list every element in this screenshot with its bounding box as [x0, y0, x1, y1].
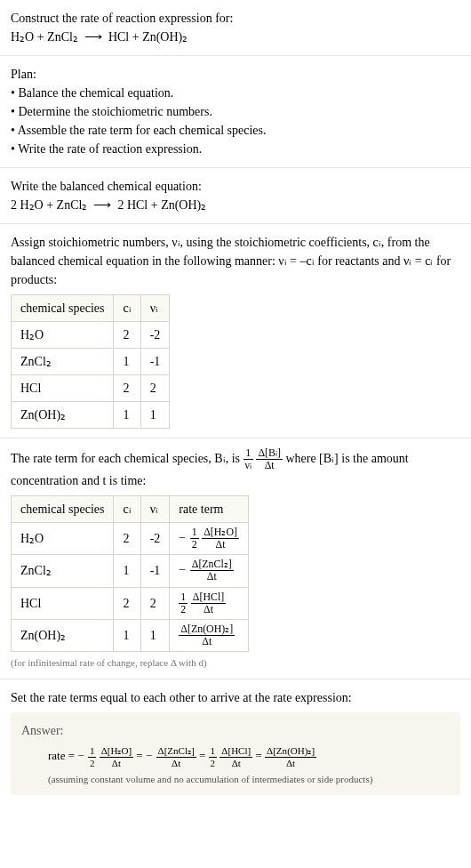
answer-note: (assuming constant volume and no accumul…: [21, 772, 450, 787]
plan-title: Plan:: [11, 65, 460, 84]
delta-frac: Δ[HCl] Δt: [191, 591, 226, 615]
delta-den: Δt: [179, 636, 235, 647]
cell-ci: 2: [114, 523, 140, 555]
delta-frac: Δ[HCl] Δt: [220, 745, 252, 768]
cell-vi: -1: [140, 349, 170, 375]
cell-species: ZnCl₂: [12, 555, 114, 587]
cell-vi: 2: [140, 587, 170, 619]
answer-expression: rate = − 1 2 Δ[H₂O] Δt = − Δ[ZnCl₂] Δt =…: [21, 745, 450, 768]
cell-species: ZnCl₂: [12, 349, 114, 375]
final-intro: Set the rate terms equal to each other t…: [11, 688, 460, 707]
stoich-intro: Assign stoichiometric numbers, νᵢ, using…: [11, 233, 460, 289]
delta-frac: Δ[Bᵢ] Δt: [256, 447, 283, 471]
neg-sign: −: [77, 749, 84, 762]
coef-frac: 1 νᵢ: [243, 447, 253, 471]
neg-sign: −: [179, 563, 186, 576]
cell-ci: 1: [114, 349, 140, 375]
balanced-equation: 2 H₂O + ZnCl₂ ⟶ 2 HCl + Zn(OH)₂: [11, 196, 460, 214]
table-row: ZnCl₂ 1 -1 − Δ[ZnCl₂] Δt: [12, 555, 249, 587]
cell-vi: -1: [140, 555, 170, 587]
cell-species: HCl: [12, 587, 114, 619]
cell-ci: 2: [114, 375, 140, 402]
table-row: HCl 2 2 1 2 Δ[HCl] Δt: [12, 587, 249, 619]
table-header-row: chemical species cᵢ νᵢ: [12, 295, 170, 322]
cell-species: HCl: [12, 375, 114, 402]
plan-list: Balance the chemical equation. Determine…: [11, 84, 460, 158]
stoich-section: Assign stoichiometric numbers, νᵢ, using…: [0, 224, 471, 438]
balanced-lhs: 2 H₂O + ZnCl₂: [11, 198, 87, 212]
rateterm-section: The rate term for each chemical species,…: [0, 438, 471, 679]
cell-species: H₂O: [12, 322, 114, 349]
cell-vi: 1: [140, 619, 170, 651]
delta-num: Δ[Bᵢ]: [256, 447, 283, 460]
cell-vi: -2: [140, 322, 170, 349]
coef-num: 1: [179, 591, 188, 604]
prompt-section: Construct the rate of reaction expressio…: [0, 0, 471, 55]
rateterm-intro-a: The rate term for each chemical species,…: [11, 452, 243, 465]
col-species: chemical species: [12, 295, 114, 322]
prompt-arrow: ⟶: [84, 30, 102, 44]
cell-rate: 1 2 Δ[HCl] Δt: [170, 587, 249, 619]
col-vi: νᵢ: [140, 295, 170, 322]
delta-den: Δt: [100, 758, 133, 768]
delta-frac: Δ[H₂O] Δt: [202, 526, 239, 551]
coef-den: 2: [179, 604, 188, 615]
cell-vi: 2: [140, 375, 170, 402]
table-row: ZnCl₂ 1 -1: [12, 349, 170, 375]
delta-num: Δ[H₂O]: [100, 745, 133, 757]
final-section: Set the rate terms equal to each other t…: [0, 679, 471, 804]
cell-rate: Δ[Zn(OH)₂] Δt: [170, 619, 249, 651]
coef-num: 1: [88, 745, 97, 757]
col-ci: cᵢ: [114, 496, 140, 523]
plan-item: Write the rate of reaction expression.: [11, 140, 460, 158]
cell-rate: − 1 2 Δ[H₂O] Δt: [170, 523, 249, 555]
delta-den: Δt: [220, 758, 252, 768]
cell-species: H₂O: [12, 523, 114, 555]
cell-vi: -2: [140, 523, 170, 555]
cell-species: Zn(OH)₂: [12, 619, 114, 651]
delta-num: Δ[ZnCl₂]: [190, 559, 234, 571]
coef-frac: 1 2: [190, 526, 199, 551]
coef-num: 1: [190, 526, 199, 539]
coef-den: 2: [209, 758, 218, 768]
equals: =: [255, 749, 265, 762]
cell-ci: 1: [114, 619, 140, 651]
delta-frac: Δ[ZnCl₂] Δt: [156, 745, 196, 768]
delta-den: Δt: [265, 758, 316, 768]
equals: =: [199, 749, 209, 762]
coef-num: 1: [243, 447, 253, 460]
delta-frac: Δ[Zn(OH)₂] Δt: [179, 623, 235, 647]
prompt-rhs: HCl + Zn(OH)₂: [108, 30, 188, 44]
equals: =: [136, 749, 146, 762]
col-ci: cᵢ: [114, 295, 140, 322]
neg-sign: −: [179, 531, 186, 544]
delta-den: Δt: [190, 571, 234, 583]
balanced-title: Write the balanced chemical equation:: [11, 177, 460, 196]
prompt-equation: H₂O + ZnCl₂ ⟶ HCl + Zn(OH)₂: [11, 28, 460, 46]
delta-num: Δ[HCl]: [220, 745, 252, 757]
delta-num: Δ[H₂O]: [202, 526, 239, 539]
balanced-rhs: 2 HCl + Zn(OH)₂: [117, 198, 206, 212]
rateterm-table: chemical species cᵢ νᵢ rate term H₂O 2 -…: [11, 495, 249, 652]
cell-ci: 1: [114, 555, 140, 587]
prompt-lhs: H₂O + ZnCl₂: [11, 30, 78, 44]
balanced-arrow: ⟶: [93, 198, 111, 212]
cell-ci: 1: [114, 402, 140, 429]
coef-den: νᵢ: [243, 460, 253, 471]
delta-den: Δt: [156, 758, 196, 768]
coef-frac: 1 2: [88, 745, 97, 768]
answer-box: Answer: rate = − 1 2 Δ[H₂O] Δt = − Δ[ZnC…: [11, 712, 460, 795]
plan-item: Balance the chemical equation.: [11, 84, 460, 102]
cell-species: Zn(OH)₂: [12, 402, 114, 429]
table-row: H₂O 2 -2: [12, 322, 170, 349]
table-row: HCl 2 2: [12, 375, 170, 402]
coef-den: 2: [88, 758, 97, 768]
delta-frac: Δ[Zn(OH)₂] Δt: [265, 745, 316, 768]
table-row: Zn(OH)₂ 1 1 Δ[Zn(OH)₂] Δt: [12, 619, 249, 651]
table-row: H₂O 2 -2 − 1 2 Δ[H₂O] Δt: [12, 523, 249, 555]
col-rate: rate term: [170, 496, 249, 523]
balanced-section: Write the balanced chemical equation: 2 …: [0, 168, 471, 223]
cell-ci: 2: [114, 587, 140, 619]
prompt-line1: Construct the rate of reaction expressio…: [11, 9, 460, 28]
cell-ci: 2: [114, 322, 140, 349]
